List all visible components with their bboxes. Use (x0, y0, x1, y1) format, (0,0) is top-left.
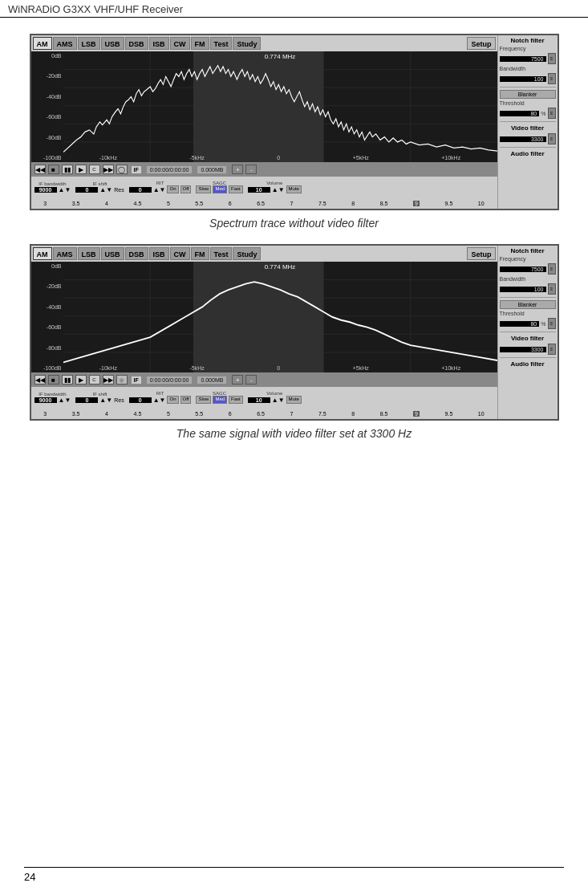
volume-scroll2[interactable]: ▲▼ (272, 397, 285, 404)
notch-filter-label: Notch filter (500, 37, 556, 44)
mode-btn-lsb2[interactable]: LSB (78, 247, 100, 260)
video-filter-row: 3300 ≡ (500, 133, 556, 144)
if-bandwidth-group: IF bandwidth 9000 ▲▼ (34, 181, 71, 193)
threshold-scroll2[interactable]: ≡ (548, 318, 556, 329)
fq-6: 6 (229, 201, 232, 206)
db-100: -100dB (43, 155, 62, 161)
rit-scroll2[interactable]: ▲▼ (153, 397, 166, 404)
mute-btn[interactable]: Mute (286, 185, 302, 193)
fast-btn[interactable]: Fast (229, 185, 243, 193)
fq2-75: 7.5 (318, 411, 326, 417)
mode-btn-am[interactable]: AM (33, 37, 52, 50)
mode-btn-usb2[interactable]: USB (101, 247, 124, 260)
if-bandwidth-scroll[interactable]: ▲▼ (59, 186, 71, 193)
mode-btn-setup[interactable]: Setup (467, 37, 495, 50)
sagc-group2: SAGC Slow Med Fast (196, 391, 242, 404)
mode-btn-cw2[interactable]: CW (170, 247, 190, 260)
mode-btn-test2[interactable]: Test (210, 247, 233, 260)
rewind-btn[interactable]: ◀◀ (34, 165, 46, 174)
on-btn[interactable]: On (167, 185, 178, 193)
video-filter-scroll2[interactable]: ≡ (548, 344, 556, 355)
spectrum-svg-2 (63, 262, 497, 372)
frequency-scroll2[interactable]: ≡ (548, 263, 556, 275)
stop-btn2[interactable]: ■ (48, 375, 59, 384)
eject-btn[interactable]: ◯ (116, 165, 128, 174)
mode-btn-usb[interactable]: USB (101, 37, 124, 50)
db-20: -20dB (47, 73, 62, 79)
mode-btn-lsb[interactable]: LSB (78, 37, 100, 50)
if-label: IF (132, 166, 141, 173)
mode-btn-dsb2[interactable]: DSB (125, 247, 148, 260)
rewind-btn2[interactable]: ◀◀ (34, 375, 46, 384)
zoom-out-btn[interactable]: - (245, 165, 257, 174)
mode-btn-isb[interactable]: ISB (149, 37, 169, 50)
mode-btn-setup2[interactable]: Setup (467, 247, 495, 260)
video-filter-scroll[interactable]: ≡ (548, 133, 556, 144)
stop-btn[interactable]: ■ (48, 165, 59, 174)
play-btn[interactable]: ▶ (75, 165, 87, 174)
rit-scroll[interactable]: ▲▼ (153, 186, 166, 193)
mode-btn-ams[interactable]: AMS (53, 37, 77, 50)
on-btn2[interactable]: On (167, 396, 178, 404)
med-btn[interactable]: Med (213, 185, 227, 193)
divider-2 (500, 121, 556, 122)
pause-btn2[interactable]: ▮▮ (62, 375, 73, 384)
divider-4 (500, 297, 556, 298)
if-shift-scroll[interactable]: ▲▼ (99, 186, 112, 193)
volume-scroll[interactable]: ▲▼ (272, 186, 285, 193)
off-btn[interactable]: Off (180, 185, 192, 193)
volume-val: 10 (248, 187, 270, 193)
mode-btn-isb2[interactable]: ISB (149, 247, 169, 260)
rit-val: 0 (129, 187, 152, 193)
freq-axis-2: -10kHz -5kHz 0 +5kHz +10kHz (63, 365, 497, 371)
if-shift-scroll2[interactable]: ▲▼ (99, 397, 112, 404)
notch-filter-label2: Notch filter (500, 247, 556, 254)
zoom-in-btn2[interactable]: + (232, 375, 243, 384)
frequency-scroll[interactable]: ≡ (548, 53, 556, 64)
fq2-45: 4.5 (134, 411, 142, 417)
pause-btn[interactable]: ▮▮ (62, 165, 73, 174)
eject-btn2[interactable]: ◉ (116, 375, 128, 384)
slow-btn[interactable]: Slow (196, 185, 211, 193)
slow-btn2[interactable]: Slow (196, 396, 211, 404)
mode-btn-dsb[interactable]: DSB (125, 37, 148, 50)
mode-btn-fm2[interactable]: FM (191, 247, 209, 260)
frequency-label: Frequency (500, 46, 556, 51)
mode-btn-ams2[interactable]: AMS (53, 247, 77, 260)
freq-minus5: -5kHz (189, 155, 204, 161)
divider-6 (500, 357, 556, 358)
blanker-btn[interactable]: Blanker (500, 90, 556, 99)
zoom-out-btn2[interactable]: - (245, 375, 257, 384)
fq2-3: 3 (43, 411, 47, 417)
mode-btn-am2[interactable]: AM (33, 247, 52, 260)
rec-btn2[interactable]: C (89, 375, 100, 384)
freq2-minus10: -10kHz (99, 365, 117, 371)
spectrum-canvas-2: 0.774 MHz (63, 262, 497, 372)
fq-5: 5 (167, 201, 170, 206)
transport-bar-1: ◀◀ ■ ▮▮ ▶ C ▶▶ ◯ IF 0:00:00/0:00:00 0.00… (31, 162, 497, 177)
zoom-in-btn[interactable]: + (232, 165, 243, 174)
rec-btn[interactable]: C (89, 165, 100, 174)
db-0: 0dB (51, 53, 61, 59)
mode-btn-fm[interactable]: FM (191, 37, 209, 50)
mode-btn-cw[interactable]: CW (170, 37, 190, 50)
mode-btn-study[interactable]: Study (233, 37, 261, 50)
fq2-95: 9.5 (445, 411, 453, 417)
mute-btn2[interactable]: Mute (286, 396, 302, 404)
med-btn2[interactable]: Med (213, 396, 227, 404)
freq-0: 0 (277, 155, 280, 161)
mode-btn-test[interactable]: Test (210, 37, 233, 50)
blanker-btn2[interactable]: Blanker (500, 300, 556, 309)
play-btn2[interactable]: ▶ (75, 375, 87, 384)
fast-btn2[interactable]: Fast (229, 396, 243, 404)
ffwd-btn2[interactable]: ▶▶ (103, 375, 114, 384)
db-100b: -100dB (43, 365, 62, 371)
if-bandwidth-scroll2[interactable]: ▲▼ (59, 397, 71, 404)
bandwidth-scroll[interactable]: ≡ (548, 73, 556, 84)
bandwidth-scroll2[interactable]: ≡ (548, 283, 556, 295)
off-btn2[interactable]: Off (180, 396, 192, 404)
mode-btn-study2[interactable]: Study (233, 247, 261, 260)
page-title: WiNRADiO G3XX VHF/UHF Receiver (8, 3, 183, 15)
threshold-scroll[interactable]: ≡ (548, 108, 556, 119)
ffwd-btn[interactable]: ▶▶ (103, 165, 114, 174)
